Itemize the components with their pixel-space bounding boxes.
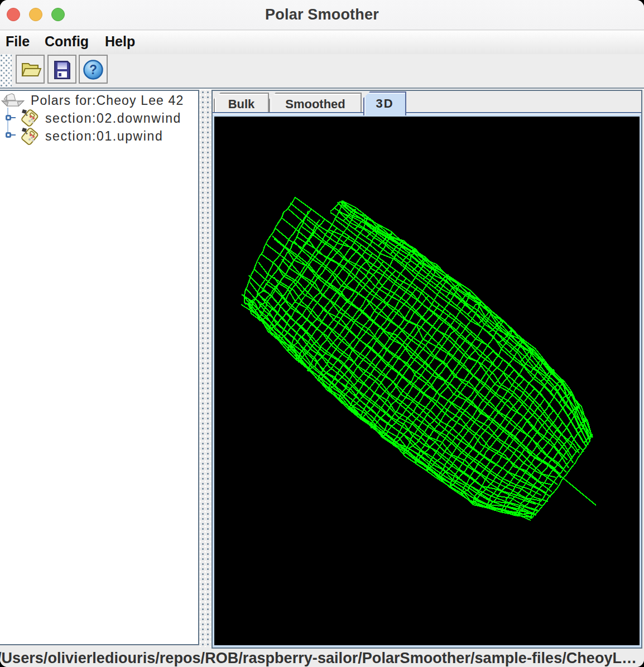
svg-text:?: ? (89, 62, 97, 77)
